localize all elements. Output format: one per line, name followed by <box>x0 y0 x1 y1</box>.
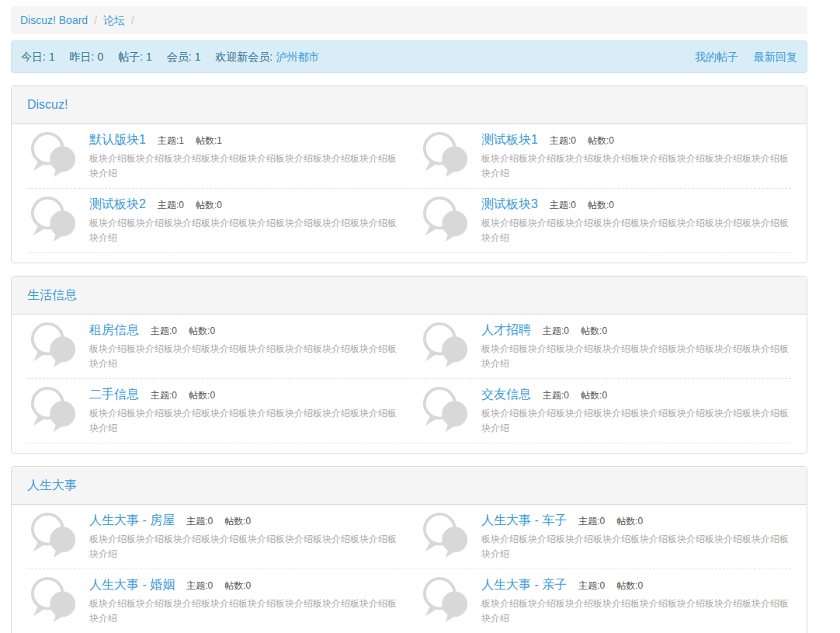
forum-info: 默认版块1 主题:1 帖数:1 板块介绍板块介绍板块介绍板块介绍板块介绍板块介绍… <box>89 131 399 181</box>
forum-bubbles-icon[interactable] <box>419 195 475 243</box>
forum-item: 人生大事 - 亲子 主题:0 帖数:0 板块介绍板块介绍板块介绍板块介绍板块介绍… <box>419 576 791 626</box>
category-panel-life-info: 生活信息 租房信息 主题:0 帖数:0 板块介绍板块介绍板块介绍板块介绍板块介绍… <box>11 276 807 454</box>
forum-posts-count: 帖数:0 <box>196 197 222 214</box>
page-container: Discuz! Board/论坛/ 今日:1 昨日:0 帖子:1 会员:1 欢迎… <box>11 6 807 633</box>
forum-topics-count: 主题:0 <box>151 323 177 339</box>
category-title-link[interactable]: Discuz! <box>27 98 68 111</box>
forum-description: 板块介绍板块介绍板块介绍板块介绍板块介绍板块介绍板块介绍板块介绍板块介绍 <box>89 342 399 371</box>
forum-bubbles-icon[interactable] <box>27 321 83 369</box>
breadcrumb-link-forum[interactable]: 论坛 <box>103 14 125 26</box>
forum-bubbles-icon[interactable] <box>27 511 83 559</box>
forum-description: 板块介绍板块介绍板块介绍板块介绍板块介绍板块介绍板块介绍板块介绍板块介绍 <box>89 596 399 626</box>
forum-bubbles-icon[interactable] <box>27 576 83 624</box>
forum-topics-count: 主题:0 <box>186 513 213 530</box>
forum-bubbles-icon[interactable] <box>27 130 83 179</box>
forum-description: 板块介绍板块介绍板块介绍板块介绍板块介绍板块介绍板块介绍板块介绍板块介绍 <box>89 216 399 245</box>
forum-posts-count: 帖数:0 <box>189 323 215 339</box>
forum-description: 板块介绍板块介绍板块介绍板块介绍板块介绍板块介绍板块介绍板块介绍板块介绍 <box>481 151 791 181</box>
forum-bubbles-icon[interactable] <box>27 195 83 243</box>
forum-topics-count: 主题:0 <box>543 388 569 404</box>
forum-info: 测试板块1 主题:0 帖数:0 板块介绍板块介绍板块介绍板块介绍板块介绍板块介绍… <box>481 131 791 181</box>
forum-posts-count: 帖数:0 <box>616 513 643 530</box>
forum-description: 板块介绍板块介绍板块介绍板块介绍板块介绍板块介绍板块介绍板块介绍板块介绍 <box>89 532 399 562</box>
forum-topics-count: 主题:0 <box>158 197 184 214</box>
breadcrumb-link-home[interactable]: Discuz! Board <box>20 14 88 26</box>
stat-posts: 帖子:1 <box>118 50 152 63</box>
forum-item: 人生大事 - 房屋 主题:0 帖数:0 板块介绍板块介绍板块介绍板块介绍板块介绍… <box>27 512 399 562</box>
forum-link[interactable]: 人生大事 - 婚姻 <box>89 576 175 593</box>
category-header: 生活信息 <box>12 277 807 315</box>
forum-link[interactable]: 人生大事 - 房屋 <box>89 512 175 528</box>
forum-topics-count: 主题:0 <box>550 133 576 149</box>
category-title-link[interactable]: 人生大事 <box>27 478 77 492</box>
forum-topics-count: 主题:0 <box>186 578 213 594</box>
forum-bubbles-icon[interactable] <box>27 385 83 433</box>
forum-posts-count: 帖数:0 <box>616 578 643 594</box>
forum-bubbles-icon[interactable] <box>419 130 475 179</box>
forum-description: 板块介绍板块介绍板块介绍板块介绍板块介绍板块介绍板块介绍板块介绍板块介绍 <box>481 216 791 245</box>
forum-info: 人生大事 - 婚姻 主题:0 帖数:0 板块介绍板块介绍板块介绍板块介绍板块介绍… <box>89 576 399 626</box>
forum-topics-count: 主题:0 <box>550 197 576 214</box>
forum-topics-count: 主题:0 <box>151 388 177 404</box>
forum-link[interactable]: 租房信息 <box>89 322 139 338</box>
forum-item: 默认版块1 主题:1 帖数:1 板块介绍板块介绍板块介绍板块介绍板块介绍板块介绍… <box>27 131 399 181</box>
my-posts-link[interactable]: 我的帖子 <box>695 50 738 63</box>
latest-replies-link[interactable]: 最新回复 <box>754 50 797 63</box>
category-body: 默认版块1 主题:1 帖数:1 板块介绍板块介绍板块介绍板块介绍板块介绍板块介绍… <box>12 124 807 263</box>
category-panel-life-events: 人生大事 人生大事 - 房屋 主题:0 帖数:0 板块介绍板块介绍板块介绍板块介… <box>11 466 807 633</box>
forum-bubbles-icon[interactable] <box>419 321 475 369</box>
forum-info: 测试板块3 主题:0 帖数:0 板块介绍板块介绍板块介绍板块介绍板块介绍板块介绍… <box>481 196 791 245</box>
forum-item: 人生大事 - 婚姻 主题:0 帖数:0 板块介绍板块介绍板块介绍板块介绍板块介绍… <box>27 576 399 626</box>
forum-item: 测试板块1 主题:0 帖数:0 板块介绍板块介绍板块介绍板块介绍板块介绍板块介绍… <box>419 131 791 181</box>
forum-link[interactable]: 人生大事 - 车子 <box>481 512 567 528</box>
forum-bubbles-icon[interactable] <box>419 385 475 433</box>
breadcrumb: Discuz! Board/论坛/ <box>11 6 807 34</box>
forum-link[interactable]: 测试板块1 <box>481 131 538 148</box>
category-header: Discuz! <box>12 86 807 124</box>
forum-item: 测试板块3 主题:0 帖数:0 板块介绍板块介绍板块介绍板块介绍板块介绍板块介绍… <box>419 196 791 245</box>
welcome-new-member: 欢迎新会员:泸州都市 <box>215 50 319 63</box>
forum-link[interactable]: 默认版块1 <box>89 131 146 148</box>
forum-item: 二手信息 主题:0 帖数:0 板块介绍板块介绍板块介绍板块介绍板块介绍板块介绍板… <box>27 386 399 436</box>
forum-info: 人生大事 - 房屋 主题:0 帖数:0 板块介绍板块介绍板块介绍板块介绍板块介绍… <box>89 512 399 562</box>
forum-bubbles-icon[interactable] <box>419 576 475 624</box>
stat-yesterday: 昨日:0 <box>70 50 104 63</box>
forum-info: 交友信息 主题:0 帖数:0 板块介绍板块介绍板块介绍板块介绍板块介绍板块介绍板… <box>481 386 791 436</box>
forum-posts-count: 帖数:0 <box>189 388 215 404</box>
breadcrumb-separator: / <box>94 14 97 26</box>
forum-item: 交友信息 主题:0 帖数:0 板块介绍板块介绍板块介绍板块介绍板块介绍板块介绍板… <box>419 386 791 436</box>
forum-item: 测试板块2 主题:0 帖数:0 板块介绍板块介绍板块介绍板块介绍板块介绍板块介绍… <box>27 196 399 245</box>
forum-posts-count: 帖数:0 <box>224 513 251 530</box>
stat-members: 会员:1 <box>167 50 201 63</box>
category-body: 人生大事 - 房屋 主题:0 帖数:0 板块介绍板块介绍板块介绍板块介绍板块介绍… <box>12 505 807 633</box>
forum-item: 人才招聘 主题:0 帖数:0 板块介绍板块介绍板块介绍板块介绍板块介绍板块介绍板… <box>419 322 791 371</box>
forum-info: 二手信息 主题:0 帖数:0 板块介绍板块介绍板块介绍板块介绍板块介绍板块介绍板… <box>89 386 399 436</box>
forum-row: 人生大事 - 婚姻 主题:0 帖数:0 板块介绍板块介绍板块介绍板块介绍板块介绍… <box>27 569 791 633</box>
forum-link[interactable]: 交友信息 <box>481 386 531 402</box>
category-header: 人生大事 <box>12 467 807 505</box>
forum-link[interactable]: 测试板块3 <box>481 196 538 212</box>
new-member-link[interactable]: 泸州都市 <box>276 50 319 63</box>
forum-link[interactable]: 二手信息 <box>89 386 139 402</box>
forum-bubbles-icon[interactable] <box>419 511 475 559</box>
forum-posts-count: 帖数:0 <box>581 323 607 339</box>
forum-posts-count: 帖数:0 <box>581 388 607 404</box>
forum-item: 租房信息 主题:0 帖数:0 板块介绍板块介绍板块介绍板块介绍板块介绍板块介绍板… <box>27 322 399 371</box>
forum-row: 二手信息 主题:0 帖数:0 板块介绍板块介绍板块介绍板块介绍板块介绍板块介绍板… <box>27 379 791 443</box>
forum-link[interactable]: 人生大事 - 亲子 <box>481 576 567 593</box>
category-title-link[interactable]: 生活信息 <box>27 288 77 301</box>
forum-description: 板块介绍板块介绍板块介绍板块介绍板块介绍板块介绍板块介绍板块介绍板块介绍 <box>89 151 399 181</box>
category-panel-discuz: Discuz! 默认版块1 主题:1 帖数:1 板块介绍板块介绍板块介绍板块介绍… <box>11 85 807 263</box>
forum-description: 板块介绍板块介绍板块介绍板块介绍板块介绍板块介绍板块介绍板块介绍板块介绍 <box>481 406 791 436</box>
forum-link[interactable]: 测试板块2 <box>89 196 146 212</box>
forum-info: 人生大事 - 亲子 主题:0 帖数:0 板块介绍板块介绍板块介绍板块介绍板块介绍… <box>481 576 791 626</box>
forum-info: 租房信息 主题:0 帖数:0 板块介绍板块介绍板块介绍板块介绍板块介绍板块介绍板… <box>89 322 399 371</box>
forum-stats-bar: 今日:1 昨日:0 帖子:1 会员:1 欢迎新会员:泸州都市 我的帖子 最新回复 <box>11 40 807 73</box>
forum-row: 租房信息 主题:0 帖数:0 板块介绍板块介绍板块介绍板块介绍板块介绍板块介绍板… <box>27 315 791 379</box>
forum-stats-summary: 今日:1 昨日:0 帖子:1 会员:1 欢迎新会员:泸州都市 <box>21 49 319 64</box>
forum-link[interactable]: 人才招聘 <box>481 322 531 338</box>
forum-topics-count: 主题:1 <box>158 133 184 149</box>
quick-links: 我的帖子 最新回复 <box>682 49 797 64</box>
forum-topics-count: 主题:0 <box>578 578 605 594</box>
forum-description: 板块介绍板块介绍板块介绍板块介绍板块介绍板块介绍板块介绍板块介绍板块介绍 <box>481 532 791 562</box>
